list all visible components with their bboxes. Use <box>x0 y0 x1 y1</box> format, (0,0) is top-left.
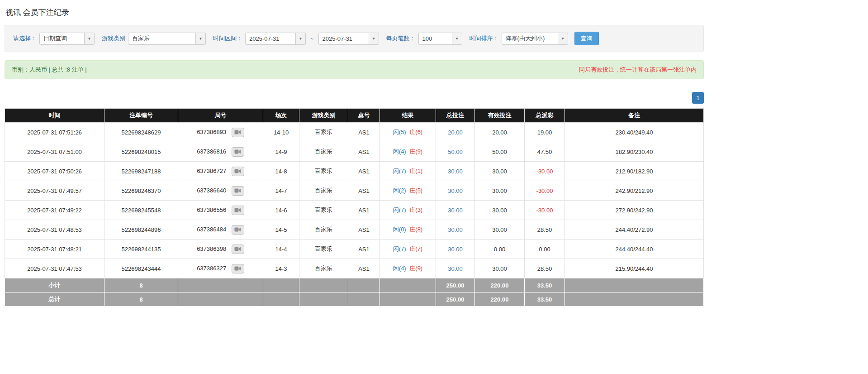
cell-bet-id: 522698244135 <box>104 240 178 259</box>
cell-bet-id: 522698245548 <box>104 201 178 220</box>
cell-note: 182.90/230.40 <box>565 142 704 162</box>
total-bet-link[interactable]: 20.00 <box>448 129 463 136</box>
replay-video-button[interactable] <box>232 167 244 176</box>
cell-table-no: AS1 <box>348 240 380 259</box>
total-bet-link[interactable]: 50.00 <box>448 149 463 155</box>
result-player: 闲(7) <box>393 206 406 213</box>
cell-game-type: 百家乐 <box>299 201 348 220</box>
result-banker: 庄(1) <box>409 168 422 174</box>
total-bet-link[interactable]: 30.00 <box>448 187 463 194</box>
pagination: 1 <box>5 92 704 104</box>
video-camera-icon <box>234 207 241 213</box>
cell-note: 230.40/249.40 <box>565 123 704 142</box>
replay-video-button[interactable] <box>232 264 244 273</box>
result-banker: 庄(5) <box>409 187 422 194</box>
round-id-value: 637386398 <box>197 245 226 252</box>
cell-valid-bet: 30.00 <box>475 181 525 201</box>
query-type-input[interactable] <box>39 33 85 45</box>
video-camera-icon <box>234 129 241 135</box>
result-player: 闲(4) <box>393 148 406 155</box>
cell-game-type: 百家乐 <box>299 142 348 162</box>
total-bet-link[interactable]: 30.00 <box>448 168 463 175</box>
cell-note: 215.90/244.40 <box>565 259 704 278</box>
video-camera-icon <box>234 227 241 232</box>
subtotal-total-bet: 250.00 <box>436 278 475 292</box>
total-bet-link[interactable]: 30.00 <box>448 265 463 272</box>
cell-table-no: AS1 <box>348 259 380 278</box>
time-sort-input[interactable] <box>502 33 558 45</box>
table-row: 2025-07-31 07:49:22 522698245548 6373865… <box>5 201 704 220</box>
header-game-type: 游戏类别 <box>299 109 348 123</box>
replay-video-button[interactable] <box>232 206 244 215</box>
total-bet-link[interactable]: 30.00 <box>448 226 463 233</box>
cell-result: 闲(5) 庄(6) <box>380 123 436 142</box>
header-session: 场次 <box>263 109 299 123</box>
game-type-input[interactable] <box>128 33 196 45</box>
cell-payout: 0.00 <box>525 240 565 259</box>
cell-result: 闲(4) 庄(9) <box>380 142 436 162</box>
chevron-down-icon[interactable]: ▼ <box>84 33 95 45</box>
cell-bet-id: 522698248629 <box>104 123 178 142</box>
cell-payout: 19.00 <box>525 123 565 142</box>
date-to-combobox: ▼ <box>318 33 379 45</box>
replay-video-button[interactable] <box>232 147 244 157</box>
result-player: 闲(5) <box>393 129 406 135</box>
cell-total-bet: 20.00 <box>436 123 475 142</box>
cell-result: 闲(7) 庄(1) <box>380 162 436 181</box>
cell-bet-id: 522698244896 <box>104 220 178 240</box>
replay-video-button[interactable] <box>232 245 244 254</box>
cell-note: 212.90/182.90 <box>565 162 704 181</box>
cell-game-type: 百家乐 <box>299 220 348 240</box>
chevron-down-icon[interactable]: ▼ <box>558 33 568 45</box>
total-count: 8 <box>104 292 178 307</box>
cell-payout: 28.50 <box>525 259 565 278</box>
cell-valid-bet: 20.00 <box>475 123 525 142</box>
video-camera-icon <box>234 188 241 193</box>
cell-game-type: 百家乐 <box>299 240 348 259</box>
table-row: 2025-07-31 07:49:57 522698246370 6373866… <box>5 181 704 201</box>
cell-valid-bet: 30.00 <box>475 259 525 278</box>
cell-round-id: 637386556 <box>178 201 263 220</box>
cell-payout: 28.50 <box>525 220 565 240</box>
cell-time: 2025-07-31 07:47:53 <box>5 259 104 278</box>
replay-video-button[interactable] <box>232 186 244 196</box>
chevron-down-icon[interactable]: ▼ <box>295 33 306 45</box>
cell-session: 14-4 <box>263 240 299 259</box>
date-from-input[interactable] <box>245 33 296 45</box>
header-round-id: 局号 <box>178 109 263 123</box>
cell-bet-id: 522698246370 <box>104 181 178 201</box>
total-bet-link[interactable]: 30.00 <box>448 207 463 214</box>
chevron-down-icon[interactable]: ▼ <box>195 33 206 45</box>
total-total-bet: 250.00 <box>436 292 475 307</box>
replay-video-button[interactable] <box>232 128 244 137</box>
page-button-1[interactable]: 1 <box>692 92 704 104</box>
cell-round-id: 637386893 <box>178 123 263 142</box>
cell-total-bet: 30.00 <box>436 201 475 220</box>
search-button[interactable]: 查询 <box>574 32 599 45</box>
subtotal-row: 小计 8 250.00 220.00 33.50 <box>5 278 704 292</box>
cell-table-no: AS1 <box>348 123 380 142</box>
cell-total-bet: 30.00 <box>436 240 475 259</box>
result-player: 闲(2) <box>393 187 406 194</box>
replay-video-button[interactable] <box>232 225 244 235</box>
total-payout: 33.50 <box>525 292 565 307</box>
result-banker: 庄(7) <box>409 245 422 252</box>
main-container: 视讯 会员下注纪录 请选择： ▼ 游戏类别 ▼ 时间区间： ▼ ~ ▼ 每页笔数… <box>5 0 704 307</box>
header-time: 时间 <box>5 109 104 123</box>
cell-note: 242.90/212.90 <box>565 181 704 201</box>
page-size-input[interactable] <box>418 33 452 45</box>
round-id-value: 637386893 <box>197 128 226 135</box>
chevron-down-icon[interactable]: ▼ <box>369 33 379 45</box>
cell-result: 闲(4) 庄(9) <box>380 259 436 278</box>
cell-session: 14-5 <box>263 220 299 240</box>
subtotal-valid-bet: 220.00 <box>475 278 525 292</box>
table-row: 2025-07-31 07:50:26 522698247188 6373867… <box>5 162 704 181</box>
cell-time: 2025-07-31 07:49:22 <box>5 201 104 220</box>
total-bet-link[interactable]: 30.00 <box>448 246 463 253</box>
cell-result: 闲(7) 庄(3) <box>380 201 436 220</box>
chevron-down-icon[interactable]: ▼ <box>452 33 462 45</box>
result-banker: 庄(3) <box>409 206 422 213</box>
round-id-value: 637386816 <box>197 148 226 154</box>
cell-round-id: 637386640 <box>178 181 263 201</box>
date-to-input[interactable] <box>318 33 369 45</box>
